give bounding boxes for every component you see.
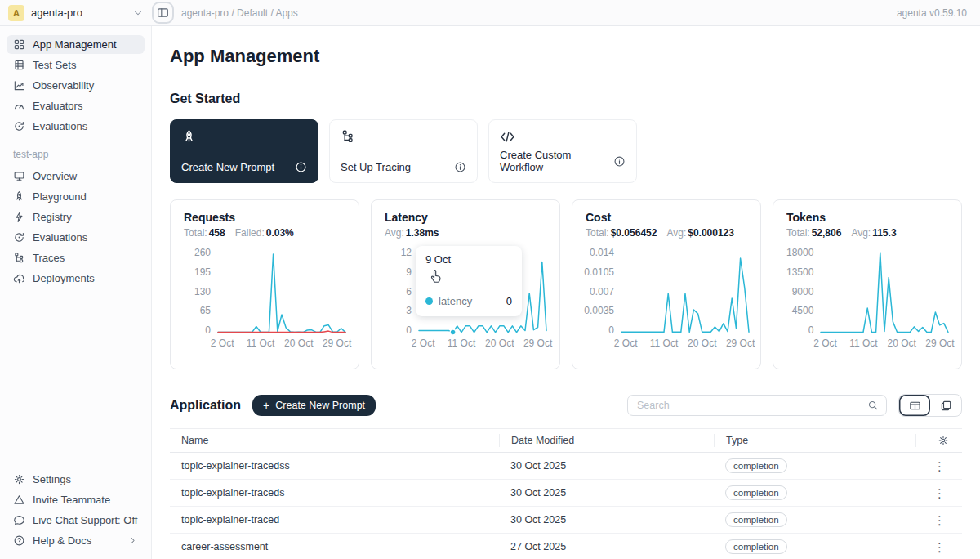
info-icon[interactable] xyxy=(295,161,307,173)
sidebar-toggle-button[interactable] xyxy=(152,2,174,24)
sidebar-item-registry[interactable]: Registry xyxy=(7,208,145,226)
x-axis-tick: 29 Oct xyxy=(726,338,755,349)
y-axis-tick: 3 xyxy=(406,306,412,315)
monitor-icon xyxy=(13,170,25,182)
tooltip-date: 9 Oct xyxy=(425,253,512,266)
sidebar-item-test-sets[interactable]: Test Sets xyxy=(7,56,145,74)
sidebar-item-deployments[interactable]: Deployments xyxy=(7,269,145,288)
y-axis-tick: 195 xyxy=(194,268,211,277)
column-header-type[interactable]: Type xyxy=(714,434,915,447)
trace-tree-icon xyxy=(13,252,25,264)
x-axis-tick: 2 Oct xyxy=(211,338,234,349)
cell-name: topic-explainer-traceds xyxy=(170,487,499,499)
y-axis-tick: 0.0105 xyxy=(584,268,614,277)
cell-type: completion xyxy=(714,512,915,527)
chart-canvas xyxy=(218,248,345,335)
table-view-button[interactable] xyxy=(899,395,930,416)
sidebar-item-evaluations[interactable]: Evaluations xyxy=(7,117,145,136)
sidebar-item-invite-teammate[interactable]: Invite Teammate xyxy=(7,490,145,509)
sidebar-item-evaluations-app[interactable]: Evaluations xyxy=(7,228,145,247)
chart-stats: Total:458 Failed:0.03% xyxy=(184,227,345,239)
chart-stats: Total:52,806 Avg:115.3 xyxy=(786,227,948,239)
gear-icon[interactable] xyxy=(938,435,949,446)
x-axis-tick: 11 Oct xyxy=(849,338,877,349)
page-title: App Management xyxy=(170,46,962,67)
series-failed xyxy=(218,331,345,333)
cell-date-modified: 30 Oct 2025 xyxy=(499,487,714,499)
latency-chart-card: Latency Avg:1.38ms 129630 2 Oct11 Oct20 … xyxy=(371,199,560,369)
row-actions-menu[interactable]: ⋮ xyxy=(915,514,962,526)
sidebar-item-live-chat-support[interactable]: Live Chat Support: Off xyxy=(7,511,145,530)
type-badge: completion xyxy=(725,539,787,554)
rocket-icon xyxy=(13,190,25,203)
y-axis-tick: 260 xyxy=(194,248,211,257)
sidebar-item-label: Deployments xyxy=(33,272,95,284)
cost-chart-card: Cost Total:$0.056452 Avg:$0.000123 0.014… xyxy=(572,199,761,369)
chart-canvas xyxy=(621,248,749,335)
plus-icon: + xyxy=(263,400,270,411)
cloud-upload-icon xyxy=(13,272,25,284)
chart-tooltip: 9 Oct latency 0 xyxy=(416,246,522,316)
sidebar-item-app-management[interactable]: App Management xyxy=(7,35,145,54)
trace-tree-icon xyxy=(341,129,355,144)
sidebar-item-label: Registry xyxy=(33,211,72,223)
table-header: Name Date Modified Type xyxy=(170,429,962,453)
y-axis: 1800013500900045000 xyxy=(786,248,821,335)
table-row[interactable]: topic-explainer-traceds 30 Oct 2025 comp… xyxy=(170,480,962,507)
view-toggle xyxy=(898,394,962,417)
table-row[interactable]: topic-explainer-traced 30 Oct 2025 compl… xyxy=(170,507,962,534)
gauge-icon xyxy=(13,100,25,112)
row-actions-menu[interactable]: ⋮ xyxy=(915,541,962,553)
create-custom-workflow-card[interactable]: Create Custom Workflow xyxy=(488,119,637,183)
grid-icon xyxy=(13,38,25,51)
cell-date-modified: 30 Oct 2025 xyxy=(499,514,714,525)
type-badge: completion xyxy=(725,485,787,500)
table-row[interactable]: topic-explainer-tracedss 30 Oct 2025 com… xyxy=(170,453,962,480)
y-axis-tick: 65 xyxy=(200,306,211,315)
breadcrumb-area: agenta-pro / Default / Apps xyxy=(152,2,897,24)
y-axis-tick: 0 xyxy=(608,326,614,335)
card-view-button[interactable] xyxy=(930,395,961,416)
row-actions-menu[interactable]: ⋮ xyxy=(915,460,962,472)
column-header-name[interactable]: Name xyxy=(170,434,499,447)
breadcrumb[interactable]: agenta-pro / Default / Apps xyxy=(181,7,298,19)
question-circle-icon xyxy=(13,534,25,547)
sidebar-item-playground[interactable]: Playground xyxy=(7,187,145,206)
column-header-date-modified[interactable]: Date Modified xyxy=(499,434,714,447)
workspace-avatar: A xyxy=(8,5,24,21)
search-input[interactable] xyxy=(635,399,862,412)
x-axis-tick: 11 Oct xyxy=(650,338,678,349)
sidebar-item-label: Invite Teammate xyxy=(33,494,110,506)
x-axis-tick: 2 Oct xyxy=(614,338,638,349)
applications-table: Name Date Modified Type topic-explainer-… xyxy=(170,428,962,559)
sidebar-item-observability[interactable]: Observability xyxy=(7,76,145,95)
sidebar-item-evaluators[interactable]: Evaluators xyxy=(7,96,145,115)
sidebar-item-help-docs[interactable]: Help & Docs xyxy=(7,531,145,550)
info-icon[interactable] xyxy=(454,161,466,173)
set-up-tracing-card[interactable]: Set Up Tracing xyxy=(329,119,478,183)
tokens-chart-card: Tokens Total:52,806 Avg:115.3 1800013500… xyxy=(773,199,962,369)
chart-title: Cost xyxy=(586,211,747,224)
chevron-down-icon xyxy=(132,7,144,19)
type-badge: completion xyxy=(725,512,787,527)
sidebar-item-overview[interactable]: Overview xyxy=(7,167,145,186)
sidebar-item-settings[interactable]: Settings xyxy=(7,470,145,489)
create-new-prompt-card[interactable]: Create New Prompt xyxy=(170,119,318,183)
y-axis-tick: 0.014 xyxy=(590,248,614,257)
sidebar-item-traces[interactable]: Traces xyxy=(7,248,145,267)
main-content: App Management Get Started Create New Pr… xyxy=(152,26,980,559)
gear-icon xyxy=(13,473,25,485)
line-chart-plot xyxy=(821,248,948,335)
chart-stats: Avg:1.38ms xyxy=(385,227,546,239)
info-icon[interactable] xyxy=(613,155,626,168)
table-view-icon xyxy=(909,400,921,412)
workspace-selector[interactable]: A agenta-pro xyxy=(0,5,152,21)
rocket-icon xyxy=(181,129,197,145)
search-icon[interactable] xyxy=(867,400,879,411)
create-new-prompt-button[interactable]: + Create New Prompt xyxy=(252,395,376,416)
application-header: Application + Create New Prompt xyxy=(170,394,962,417)
chat-bubble-icon xyxy=(13,514,25,526)
card-label: Create New Prompt xyxy=(181,161,274,173)
row-actions-menu[interactable]: ⋮ xyxy=(915,487,962,499)
table-row[interactable]: career-assessment 27 Oct 2025 completion… xyxy=(170,534,962,559)
